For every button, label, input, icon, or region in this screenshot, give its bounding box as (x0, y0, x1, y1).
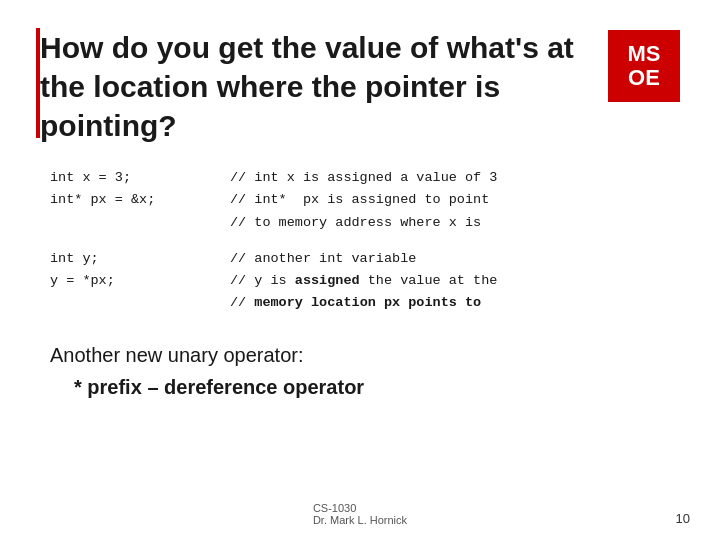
logo-line1: MS (628, 42, 661, 66)
code-row-6: // memory location px points to (50, 292, 680, 314)
content: int x = 3; // int x is assigned a value … (40, 167, 680, 403)
code-group-1: int x = 3; // int x is assigned a value … (50, 167, 680, 234)
code-row-4: int y; // another int variable (50, 248, 680, 270)
code-comment-4: // another int variable (230, 248, 416, 270)
code-stmt-1: int x = 3; (50, 167, 230, 189)
slide: How do you get the value of what's at th… (0, 0, 720, 540)
code-stmt-4: int y; (50, 248, 230, 270)
footer-course: CS-1030 Dr. Mark L. Hornick (313, 502, 407, 526)
code-group-2: int y; // another int variable y = *px; … (50, 248, 680, 315)
code-row-1: int x = 3; // int x is assigned a value … (50, 167, 680, 189)
footer: CS-1030 Dr. Mark L. Hornick (0, 502, 720, 526)
logo-text: MS OE (628, 42, 661, 90)
code-comment-1: // int x is assigned a value of 3 (230, 167, 497, 189)
bullet-text: dereference operator (164, 376, 364, 398)
code-stmt-5: y = *px; (50, 270, 230, 292)
code-stmt-2: int* px = &x; (50, 189, 230, 211)
code-stmt-6 (50, 292, 230, 314)
page-number: 10 (676, 511, 690, 526)
bullet-dash: – (147, 376, 164, 398)
logo-line2: OE (628, 66, 661, 90)
bullet-symbol: * prefix (74, 376, 142, 398)
code-row-2: int* px = &x; // int* px is assigned to … (50, 189, 680, 211)
slide-title: How do you get the value of what's at th… (40, 28, 608, 145)
operator-intro: Another new unary operator: (50, 339, 680, 371)
code-comment-5: // y is assigned the value at the (230, 270, 497, 292)
code-comment-6: // memory location px points to (230, 292, 481, 314)
accent-line (36, 28, 40, 138)
footer-instructor: Dr. Mark L. Hornick (313, 514, 407, 526)
header: How do you get the value of what's at th… (40, 28, 680, 145)
code-section: int x = 3; // int x is assigned a value … (50, 167, 680, 315)
code-comment-3: // to memory address where x is (230, 212, 481, 234)
operator-bullet: * prefix – dereference operator (74, 371, 680, 403)
code-stmt-3 (50, 212, 230, 234)
logo-box: MS OE (608, 30, 680, 102)
footer-course-name: CS-1030 (313, 502, 407, 514)
operator-section: Another new unary operator: * prefix – d… (50, 339, 680, 403)
code-comment-2: // int* px is assigned to point (230, 189, 489, 211)
code-row-3: // to memory address where x is (50, 212, 680, 234)
code-row-5: y = *px; // y is assigned the value at t… (50, 270, 680, 292)
